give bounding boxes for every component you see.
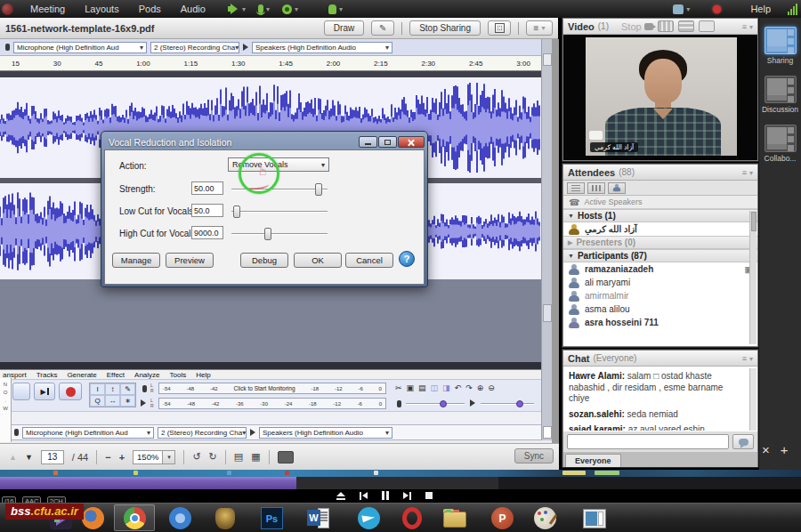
stop-webcam-button[interactable]: Stop — [621, 21, 653, 32]
redo-button[interactable]: ↷ — [465, 383, 473, 392]
stop-button[interactable] — [425, 492, 433, 499]
layout-collaboration-thumbnail[interactable] — [765, 125, 797, 152]
cut-button[interactable]: ✂ — [395, 383, 402, 392]
close-button[interactable] — [398, 136, 425, 148]
participant-row[interactable]: ramazaniazadeh ▣ — [563, 262, 757, 276]
caret-down-icon[interactable]: ▾ — [686, 5, 690, 13]
video-pod-menu-button[interactable]: ≡▾ — [742, 22, 753, 31]
menu-tools[interactable]: Tools — [170, 371, 187, 379]
filmstrip-view-button[interactable] — [658, 20, 674, 32]
caret-down-icon[interactable]: ▾ — [295, 5, 298, 13]
previous-button[interactable] — [360, 492, 368, 500]
menu-effect[interactable]: Effect — [107, 371, 125, 379]
taskbar-chrome-icon[interactable] — [124, 507, 146, 529]
taskbar-viewer-icon[interactable] — [583, 507, 605, 529]
low-cut-input[interactable]: 50.0 — [191, 204, 223, 217]
silence-button[interactable]: ◨ — [442, 383, 450, 392]
participants-group-header[interactable]: ▼ Participants (87) — [563, 249, 757, 262]
menu-audio[interactable]: Audio — [171, 4, 215, 14]
timeline-ruler[interactable]: 1530 451:00 1:151:30 1:452:00 2:152:30 2… — [0, 56, 541, 71]
scrollbar-thumb[interactable] — [543, 304, 552, 322]
taskbar-crest-icon[interactable] — [215, 507, 238, 529]
video-fullscreen-button[interactable] — [699, 20, 715, 32]
copy-button[interactable]: ▣ — [407, 383, 415, 392]
zoom-tool[interactable]: Q — [90, 395, 105, 407]
attendee-view-button-2[interactable] — [587, 182, 605, 194]
strength-slider-thumb[interactable] — [315, 183, 322, 196]
attendee-view-button-1[interactable] — [567, 182, 585, 194]
menu-meeting[interactable]: Meeting — [20, 4, 75, 14]
rotate-right-button[interactable]: ↻ — [209, 451, 217, 463]
menu-layouts[interactable]: Layouts — [75, 4, 129, 14]
chat-scrollbar[interactable] — [749, 368, 756, 431]
envelope-tool[interactable]: ↕ — [105, 383, 120, 395]
raise-hand-button[interactable]: ▾ — [328, 4, 343, 14]
manage-button[interactable]: Manage — [112, 253, 160, 268]
taskbar-opera-icon[interactable] — [402, 507, 425, 529]
page-up-button[interactable]: ▲ — [9, 453, 17, 462]
mic-device-select[interactable]: Microphone (High Definition Aud▾ — [13, 42, 147, 53]
presenters-group-header[interactable]: ▶ Presenters (0) — [563, 236, 757, 249]
debug-button[interactable]: Debug — [240, 253, 288, 268]
zoom-level-control[interactable]: 150% ▾ — [133, 450, 175, 464]
high-cut-slider-thumb[interactable] — [264, 228, 271, 240]
zoom-in-button[interactable]: ⊕ — [477, 383, 484, 392]
share-vertical-scrollbar[interactable] — [541, 39, 552, 440]
speaker-button[interactable]: ▾ — [228, 4, 246, 14]
channels-select[interactable]: 2 (Stereo) Recording Cha▾ — [150, 42, 239, 53]
mic-volume-thumb[interactable] — [440, 400, 447, 407]
grid-view-button[interactable] — [678, 20, 694, 32]
cancel-button[interactable]: Cancel — [345, 253, 393, 268]
menu-tracks[interactable]: Tracks — [36, 371, 58, 379]
paste-button[interactable]: ▤ — [418, 383, 426, 392]
draw-button[interactable]: Draw — [324, 20, 364, 36]
taskbar-paint-icon[interactable] — [534, 507, 556, 529]
dialog-titlebar[interactable]: Vocal Reduction and Isolation — [104, 134, 425, 149]
taskbar-photoshop-icon[interactable]: Ps — [261, 507, 283, 529]
high-cut-input[interactable]: 9000.0 — [191, 226, 223, 239]
fullscreen-button[interactable] — [488, 20, 511, 36]
low-cut-slider[interactable] — [231, 211, 328, 213]
layout-sharing-thumbnail[interactable] — [765, 27, 797, 54]
high-cut-slider[interactable] — [231, 233, 328, 235]
caret-down-icon[interactable]: ▾ — [339, 5, 343, 13]
microphone-button[interactable]: ▾ — [258, 4, 270, 13]
scrollbar-up-box[interactable] — [543, 53, 552, 66]
undo-button[interactable]: ↶ — [455, 383, 462, 392]
taskbar-folder-icon[interactable] — [443, 507, 465, 529]
taskbar-word-icon[interactable]: W — [307, 507, 329, 529]
status-button[interactable]: ▾ — [673, 4, 690, 14]
zoom-out-button[interactable]: − — [105, 452, 110, 463]
page-number-input[interactable]: 13 — [41, 450, 64, 464]
pointer-pen-button[interactable]: ✎ — [371, 20, 394, 36]
grid-view-button[interactable]: ▦ — [251, 451, 260, 463]
participant-row[interactable]: asma alilou — [563, 302, 757, 316]
selection-tool[interactable]: I — [90, 383, 105, 395]
attendees-scrollbar[interactable] — [749, 211, 756, 344]
caret-down-icon[interactable]: ▾ — [266, 5, 270, 13]
taskbar-psiphon-icon[interactable]: P — [491, 507, 514, 529]
page-down-button[interactable]: ▼ — [25, 453, 33, 462]
chat-tab-everyone[interactable]: Everyone — [565, 454, 621, 467]
strength-input[interactable]: 50.00 — [191, 181, 223, 195]
preview-button[interactable]: Preview — [166, 253, 214, 268]
caret-down-icon[interactable]: ▾ — [242, 5, 246, 13]
trim-button[interactable]: ◫ — [431, 383, 439, 392]
mic-volume-slider[interactable] — [406, 403, 465, 405]
ok-button[interactable]: OK — [294, 253, 342, 268]
rotate-left-button[interactable]: ↺ — [192, 451, 200, 463]
chat-input[interactable] — [567, 434, 729, 449]
low-cut-slider-thumb[interactable] — [233, 206, 240, 218]
pause-button[interactable] — [382, 491, 389, 500]
maximize-button[interactable] — [378, 136, 397, 148]
zoom-level-value[interactable]: 150% — [133, 450, 163, 464]
single-page-view-button[interactable]: ▤ — [234, 451, 243, 463]
layout-discussion-label[interactable]: Discussion — [759, 105, 801, 114]
channels-select[interactable]: 2 (Stereo) Recording Cha▾ — [158, 427, 247, 439]
menu-help[interactable]: Help — [196, 371, 210, 379]
pointer-mode-button[interactable] — [278, 451, 294, 463]
chat-send-button[interactable] — [732, 434, 754, 449]
participant-row[interactable]: ali maryami — [563, 276, 757, 289]
recording-meter[interactable]: -54 -48 -42 Click to Start Monitoring -1… — [158, 383, 386, 394]
multi-tool[interactable]: ∗ — [120, 395, 135, 407]
